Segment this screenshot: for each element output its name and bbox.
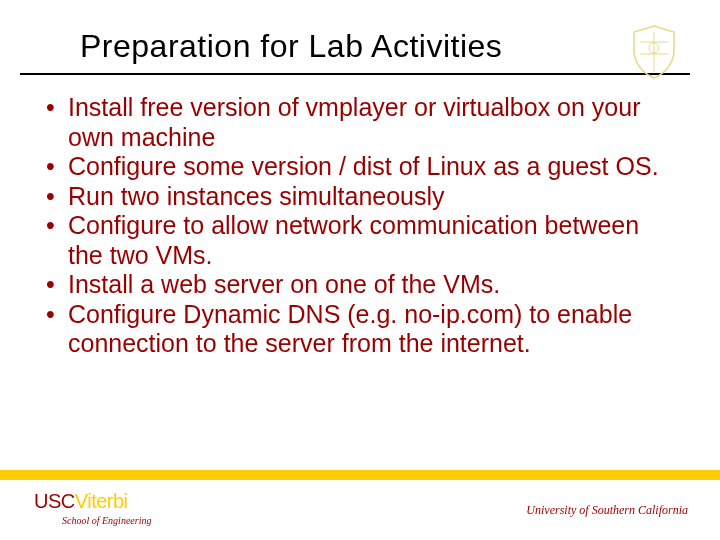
list-item: Configure to allow network communication…: [40, 211, 680, 270]
shield-icon: [630, 24, 678, 80]
title-underline: [20, 73, 690, 75]
logo-text: USCViterbi: [34, 490, 151, 513]
slide: Preparation for Lab Activities Install f…: [0, 0, 720, 540]
gold-bar: [0, 470, 720, 480]
logo-subtitle: School of Engineering: [62, 515, 151, 526]
bullet-list: Install free version of vmplayer or virt…: [40, 93, 680, 359]
content-area: Install free version of vmplayer or virt…: [0, 75, 720, 359]
logo-usc-text: USC: [34, 490, 75, 512]
footer: USCViterbi School of Engineering Univers…: [0, 470, 720, 540]
list-item: Run two instances simultaneously: [40, 182, 680, 212]
list-item: Configure some version / dist of Linux a…: [40, 152, 680, 182]
university-name: University of Southern California: [526, 503, 688, 518]
list-item: Install free version of vmplayer or virt…: [40, 93, 680, 152]
list-item: Install a web server on one of the VMs.: [40, 270, 680, 300]
logo-viterbi-text: Viterbi: [75, 490, 128, 512]
usc-viterbi-logo: USCViterbi School of Engineering: [34, 490, 151, 526]
header: Preparation for Lab Activities: [0, 0, 720, 75]
slide-title: Preparation for Lab Activities: [80, 28, 680, 65]
list-item: Configure Dynamic DNS (e.g. no-ip.com) t…: [40, 300, 680, 359]
